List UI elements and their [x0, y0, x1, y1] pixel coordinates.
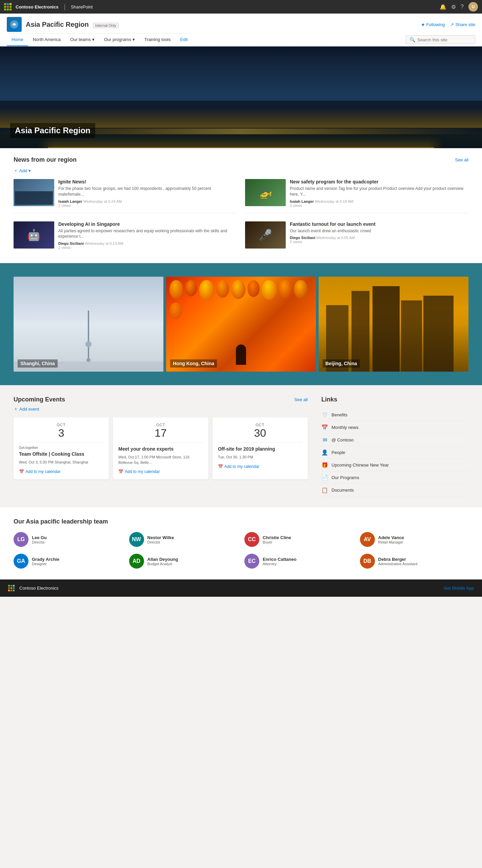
settings-icon[interactable]: ⚙: [451, 4, 456, 10]
link-benefits[interactable]: ♡ Benefits: [321, 409, 468, 421]
leader-info-4: Grady Archie Designer: [32, 557, 59, 566]
people-icon: 👤: [321, 449, 328, 456]
add-event-button[interactable]: ＋ Add event: [14, 406, 39, 412]
news-title: News from our region: [14, 156, 77, 163]
leader-avatar-2: CC: [244, 532, 259, 547]
star-icon: ★: [421, 22, 425, 27]
news-thumb-0: [14, 179, 54, 206]
gallery-label-1: Hong Kong, China: [170, 359, 217, 368]
nav-edit[interactable]: Edit: [176, 34, 193, 46]
news-title-1[interactable]: New safety program for the quadcopter: [290, 179, 468, 184]
leader-avatar-3: AV: [360, 532, 375, 547]
nav-north-america[interactable]: North America: [28, 34, 65, 46]
gallery-item-2[interactable]: Beijing, China: [319, 277, 468, 372]
event-type-0: Get-together: [19, 446, 103, 450]
main-nav: Home North America Our teams ▾ Our progr…: [7, 33, 193, 46]
nav-home[interactable]: Home: [7, 34, 28, 46]
news-views-1: 2 views: [290, 203, 468, 208]
gallery-section: Shanghi, China: [0, 263, 482, 385]
news-add-button[interactable]: ＋ Add ▾: [14, 167, 31, 174]
news-meta-3: Diego Siciliani Wednesday at 6:05 AM: [290, 236, 468, 240]
event-name-1: Meet your drone experts: [118, 446, 203, 452]
link-our-programs[interactable]: 📄 Our Programs: [321, 471, 468, 484]
events-title: Upcoming Events: [14, 396, 65, 403]
hero-overlay: Asia Pacific Region: [10, 123, 95, 138]
site-identity: Asia Pacific Region Internal Only: [7, 17, 119, 32]
site-actions: ★ Following ↗ Share site: [421, 22, 475, 27]
event-details-0: Wed, Oct 3, 5:30 PM Shanghai, Shanghai: [19, 460, 103, 465]
news-thumb-2: 🤖: [14, 221, 54, 249]
share-button[interactable]: ↗ Share site: [450, 22, 475, 27]
leader-3[interactable]: AV Adele Vance Retail Manager: [360, 532, 469, 547]
news-section: News from our region See all ＋ Add ▾ Ign…: [0, 148, 482, 263]
gallery-art-shanghai: [14, 277, 163, 372]
leader-2[interactable]: CC Christie Cline Buyer: [244, 532, 353, 547]
news-title-3[interactable]: Fantastic turnout for our launch event: [290, 221, 468, 227]
news-title-0[interactable]: Ignite News!: [58, 179, 237, 184]
leader-4[interactable]: GA Grady Archie Designer: [14, 554, 122, 569]
link-contoso[interactable]: ✉ @ Contoso: [321, 434, 468, 446]
nav-training-tools[interactable]: Training tools: [140, 34, 176, 46]
divider: |: [64, 3, 65, 11]
news-meta-0: Isaiah Langer Wednesday at 6:24 AM: [58, 199, 237, 203]
news-item-3: 🎤 Fantastic turnout for our launch event…: [245, 221, 468, 255]
link-people[interactable]: 👤 People: [321, 446, 468, 459]
event-month-0: OCT: [19, 423, 103, 427]
event-day-1: 17: [118, 427, 203, 439]
leader-avatar-1: NW: [129, 532, 144, 547]
chevron-down-icon: ▾: [92, 37, 95, 42]
gallery-item-1[interactable]: Hong Kong, China: [166, 277, 316, 372]
events-links-section: Upcoming Events See all ＋ Add event OCT …: [0, 385, 482, 507]
hero-section: Asia Pacific Region: [0, 46, 482, 148]
events-see-all[interactable]: See all: [294, 397, 308, 402]
gallery-item-0[interactable]: Shanghi, China: [14, 277, 163, 372]
lanterns: [166, 277, 316, 322]
news-content-1: New safety program for the quadcopter Pr…: [290, 179, 468, 208]
chevron-icon: ▾: [28, 168, 31, 173]
search-box[interactable]: 🔍: [406, 35, 475, 44]
site-badge: Internal Only: [93, 23, 119, 28]
leader-avatar-7: DB: [360, 554, 375, 569]
news-views-3: 2 views: [290, 240, 468, 244]
event-cal-button-0[interactable]: 📅 Add to my calendar: [19, 469, 60, 474]
footer-brand-name: Contoso Electronics: [19, 586, 59, 591]
app-name: Contoso Electronics: [16, 4, 58, 9]
news-item-2: 🤖 Developing AI in Singapore All parties…: [14, 221, 237, 255]
leader-info-1: Nestor Wilke Director: [147, 535, 174, 544]
link-documents[interactable]: 📋 Documents: [321, 484, 468, 496]
leader-6[interactable]: EC Enrico Cattaneo Attorney: [244, 554, 353, 569]
search-input[interactable]: [417, 37, 471, 42]
site-header-top: Asia Pacific Region Internal Only ★ Foll…: [7, 14, 475, 33]
link-monthly-news[interactable]: 📅 Monthly news: [321, 421, 468, 434]
news-title-2[interactable]: Developing AI in Singapore: [58, 221, 237, 227]
calendar-link-icon: 📅: [321, 424, 328, 431]
event-name-2: Off-site for 2019 planning: [218, 446, 302, 452]
search-icon: 🔍: [409, 37, 415, 42]
news-see-all[interactable]: See all: [455, 157, 468, 162]
leader-info-3: Adele Vance Retail Manager: [378, 535, 404, 544]
user-avatar[interactable]: U: [468, 2, 478, 12]
footer-get-app[interactable]: Get Mobile App: [444, 586, 474, 591]
nav-our-teams[interactable]: Our teams ▾: [65, 34, 99, 46]
news-views-2: 2 views: [58, 245, 237, 250]
help-icon[interactable]: ?: [461, 4, 464, 10]
link-chinese-new-year[interactable]: 🎁 Upcoming Chinese New Year: [321, 459, 468, 471]
waffle-icon: [4, 3, 12, 11]
event-cal-button-1[interactable]: 📅 Add to my calendar: [118, 469, 160, 474]
nav-our-programs[interactable]: Our programs ▾: [99, 34, 140, 46]
gallery-label-2: Beijing, China: [323, 359, 360, 368]
app-logo[interactable]: Contoso Electronics: [4, 3, 58, 11]
leader-1[interactable]: NW Nestor Wilke Director: [129, 532, 238, 547]
leader-5[interactable]: AD Allan Deyoung Budget Analyst: [129, 554, 238, 569]
leadership-section: Our Asia pacific leadership team LG Lee …: [0, 507, 482, 579]
notification-icon[interactable]: 🔔: [440, 4, 446, 10]
event-cal-button-2[interactable]: 📅 Add to my calendar: [218, 464, 259, 469]
gallery-art-hongkong: [166, 277, 316, 372]
leader-7[interactable]: DB Debra Berger Administrative Assistant: [360, 554, 469, 569]
leadership-grid: LG Lee Gu Director NW Nestor Wilke Direc…: [14, 532, 468, 569]
following-button[interactable]: ★ Following: [421, 22, 445, 27]
leader-0[interactable]: LG Lee Gu Director: [14, 532, 122, 547]
hero-title: Asia Pacific Region: [10, 123, 95, 138]
news-meta-1: Isaiah Langer Wednesday at 6:16 AM: [290, 199, 468, 203]
footer-waffle-icon: [8, 585, 15, 591]
